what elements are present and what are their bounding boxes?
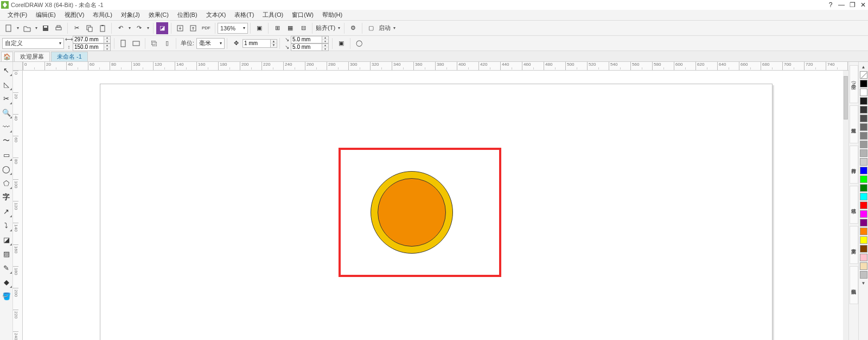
- treat-as-filled-icon[interactable]: ▣: [335, 37, 347, 49]
- color-swatch[interactable]: [860, 202, 867, 209]
- artistic-media-tool-icon[interactable]: 〜: [1, 135, 12, 147]
- color-swatch[interactable]: [860, 262, 867, 270]
- nudge-spinner[interactable]: ▲▼: [271, 39, 277, 48]
- canvas-area[interactable]: 0204060801001201401601802002202402602803…: [13, 62, 848, 340]
- current-page-icon[interactable]: ▯: [161, 37, 173, 49]
- zoom-tool-icon[interactable]: 🔍: [1, 106, 12, 118]
- open-icon[interactable]: [21, 22, 33, 34]
- portrait-icon[interactable]: [117, 37, 129, 49]
- height-spinner[interactable]: ▲▼: [104, 43, 111, 51]
- swatch-no-fill[interactable]: [860, 71, 867, 79]
- export-icon[interactable]: [187, 22, 199, 34]
- unit-combo[interactable]: 毫米 ▾: [196, 38, 225, 49]
- freehand-tool-icon[interactable]: 〰: [1, 121, 12, 133]
- palette-scroll-down-icon[interactable]: ▼: [860, 280, 867, 286]
- tab-document-active[interactable]: 未命名 -1: [51, 52, 88, 61]
- color-swatch[interactable]: [860, 115, 867, 122]
- close-icon[interactable]: ✕: [859, 1, 867, 9]
- all-pages-icon[interactable]: ⿻: [148, 37, 160, 49]
- color-swatch[interactable]: [860, 123, 867, 131]
- pick-tool-icon[interactable]: ↖: [1, 64, 12, 76]
- nudge-input[interactable]: [242, 39, 271, 48]
- docker-char-format[interactable]: 字符格式: [850, 186, 858, 224]
- redo-icon[interactable]: ↷: [133, 22, 145, 34]
- new-doc-icon[interactable]: [3, 22, 15, 34]
- zoom-combo[interactable]: 136% ▾: [218, 23, 248, 34]
- maximize-icon[interactable]: ❐: [848, 1, 856, 9]
- rectangle-tool-icon[interactable]: ▭: [1, 149, 12, 161]
- orange-circle-shape[interactable]: [378, 178, 446, 247]
- transparency-tool-icon[interactable]: ▨: [1, 248, 12, 260]
- color-swatch[interactable]: [860, 254, 867, 261]
- import-icon[interactable]: [174, 22, 186, 34]
- smart-fill-tool-icon[interactable]: 🪣: [1, 290, 12, 302]
- dup-x-input[interactable]: [291, 36, 322, 43]
- color-swatch[interactable]: [860, 210, 867, 218]
- copy-icon[interactable]: [84, 22, 95, 34]
- shape-tool-icon[interactable]: ◺: [1, 78, 12, 90]
- undo-dropdown[interactable]: ▾: [127, 22, 132, 34]
- polygon-tool-icon[interactable]: ⬠: [1, 177, 12, 189]
- show-rulers-icon[interactable]: ⊞: [271, 22, 283, 34]
- publish-pdf-icon[interactable]: PDF: [200, 22, 212, 34]
- minimize-icon[interactable]: —: [838, 1, 845, 9]
- color-swatch[interactable]: [860, 158, 867, 166]
- color-swatch[interactable]: [860, 228, 867, 235]
- color-swatch[interactable]: [860, 141, 867, 148]
- docker-hints[interactable]: 提示(N): [850, 65, 858, 103]
- search-content-icon[interactable]: ◪: [156, 22, 168, 34]
- dup-x-spinner[interactable]: ▲▼: [322, 36, 329, 43]
- dup-y-input[interactable]: [291, 43, 322, 51]
- color-swatch[interactable]: [860, 97, 867, 105]
- tab-welcome[interactable]: 欢迎屏幕: [14, 52, 50, 61]
- color-swatch[interactable]: [860, 106, 867, 114]
- color-swatch[interactable]: [860, 149, 867, 157]
- width-spinner[interactable]: ▲▼: [104, 36, 111, 43]
- color-swatch[interactable]: [860, 236, 867, 244]
- parallel-dimension-tool-icon[interactable]: ↗: [1, 205, 12, 217]
- snap-dropdown[interactable]: ▾: [336, 22, 342, 34]
- new-doc-dropdown[interactable]: ▾: [15, 22, 21, 34]
- cut-icon[interactable]: ✂: [71, 22, 82, 34]
- menu-effects[interactable]: 效果(C): [144, 10, 173, 20]
- menu-window[interactable]: 窗口(W): [288, 10, 318, 20]
- ellipse-tool-icon[interactable]: ◯: [1, 163, 12, 175]
- color-swatch[interactable]: [860, 167, 867, 174]
- menu-table[interactable]: 表格(T): [230, 10, 258, 20]
- interactive-fill-tool-icon[interactable]: ◆: [1, 276, 12, 288]
- color-swatch[interactable]: [860, 80, 867, 87]
- scrollbar-thumb[interactable]: [844, 76, 848, 119]
- color-eyedropper-tool-icon[interactable]: ✎: [1, 262, 12, 274]
- dup-y-spinner[interactable]: ▲▼: [322, 43, 329, 51]
- print-icon[interactable]: [53, 22, 65, 34]
- color-swatch[interactable]: [860, 175, 867, 183]
- ruler-origin[interactable]: [13, 62, 23, 71]
- menu-help[interactable]: 帮助(H): [318, 10, 347, 20]
- undo-icon[interactable]: ↶: [114, 22, 126, 34]
- color-swatch[interactable]: [860, 245, 867, 253]
- docker-object-props[interactable]: 对象属性: [850, 105, 858, 143]
- save-icon[interactable]: [40, 22, 52, 34]
- menu-view[interactable]: 视图(V): [60, 10, 89, 20]
- ruler-horizontal[interactable]: 0204060801001201401601802002202402602803…: [23, 62, 848, 71]
- menu-file[interactable]: 文件(F): [3, 10, 31, 20]
- redo-dropdown[interactable]: ▾: [145, 22, 151, 34]
- color-swatch[interactable]: [860, 193, 867, 200]
- help-button-icon[interactable]: ?: [827, 1, 834, 9]
- menu-text[interactable]: 文本(X): [202, 10, 231, 20]
- landscape-icon[interactable]: [130, 37, 142, 49]
- page-height-input[interactable]: [73, 43, 104, 51]
- menu-tools[interactable]: 工具(O): [258, 10, 288, 20]
- fullscreen-preview-icon[interactable]: ▣: [253, 22, 265, 34]
- docker-edit-color[interactable]: 编辑颜色: [850, 266, 858, 304]
- color-swatch[interactable]: [860, 132, 867, 140]
- drop-shadow-tool-icon[interactable]: ◪: [1, 234, 12, 245]
- page-preset-combo[interactable]: 自定义 ▾: [2, 38, 64, 49]
- launch-icon[interactable]: ▢: [365, 22, 377, 34]
- docker-align[interactable]: 对齐与分布: [850, 146, 858, 184]
- crop-tool-icon[interactable]: ✂: [1, 92, 12, 104]
- show-guidelines-icon[interactable]: ⊟: [297, 22, 309, 34]
- open-dropdown[interactable]: ▾: [34, 22, 39, 34]
- launch-dropdown[interactable]: ▾: [392, 22, 397, 34]
- tab-home-icon[interactable]: 🏠: [1, 52, 13, 61]
